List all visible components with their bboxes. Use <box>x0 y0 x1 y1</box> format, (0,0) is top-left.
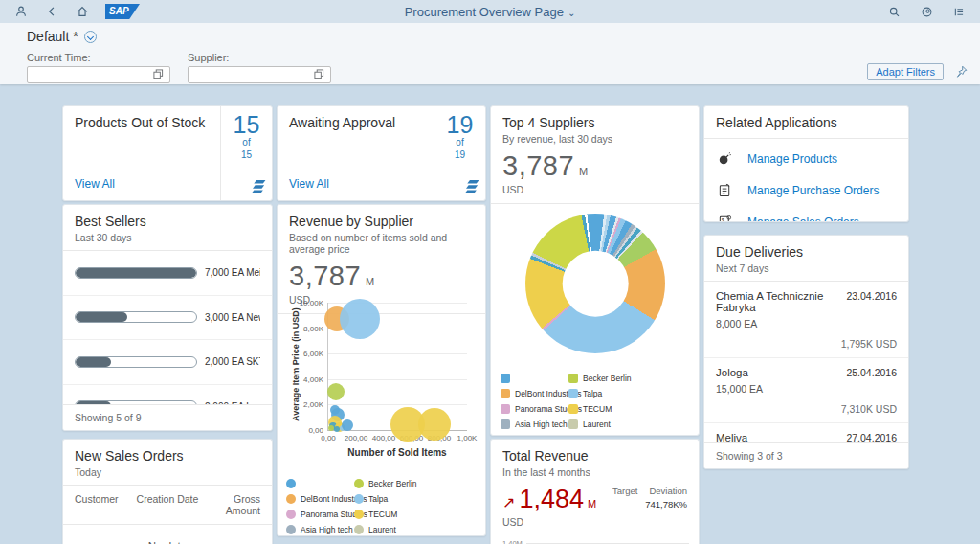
x-tick-label: 200,00 <box>345 434 368 442</box>
y-tick-label: 6,00K <box>303 350 323 358</box>
y-tick-label: 4,00K <box>303 374 323 383</box>
kpi-unit: M <box>588 498 596 510</box>
bar-label: 3,000 EANew Prod... <box>205 312 260 323</box>
kpi-count: 15 <box>234 112 260 137</box>
column-header: Customer <box>75 493 133 516</box>
page-title-menu[interactable]: Procurement Overview Page⌄ <box>405 5 576 19</box>
donut-legend: DelBont IndustriesPanorama StudiosAsia H… <box>501 373 632 436</box>
deviation-value: 741,78K% <box>612 499 687 510</box>
variant-selector[interactable]: Default * <box>27 29 97 44</box>
kpi-side-panel: 15 of 15 <box>220 106 272 200</box>
best-seller-row[interactable]: 2,000 EASKTEST <box>63 340 272 385</box>
shell-list-icon[interactable] <box>951 4 967 19</box>
best-seller-row[interactable]: 7,000 EAMein neue... <box>63 251 272 296</box>
y-tick-label: 2,00K <box>303 400 323 409</box>
view-all-link[interactable]: View All <box>75 177 115 191</box>
card-title: Awaiting Approval <box>289 115 422 130</box>
card-due-deliveries: Due Deliveries Next 7 days Chemia A Tech… <box>703 235 909 469</box>
procurement-overview-page: SAP Procurement Overview Page⌄ Default *… <box>0 0 980 544</box>
card-header[interactable]: Top 4 Suppliers By revenue, last 30 days… <box>491 106 699 199</box>
adapt-filters-button[interactable]: Adapt Filters <box>867 63 944 80</box>
x-tick-label: 400,00 <box>372 434 395 442</box>
link-manage-purchase-orders[interactable]: Manage Purchase Orders <box>704 174 908 206</box>
value-help-icon[interactable] <box>153 69 167 80</box>
legend-item: Laurent <box>568 419 632 429</box>
bubble-point <box>418 408 451 441</box>
card-footer: Showing 5 of 9 <box>63 404 272 430</box>
axis-tick-label: 1,40M <box>502 539 523 544</box>
user-icon[interactable] <box>13 4 29 19</box>
card-footer: Showing 3 of 3 <box>704 442 908 468</box>
bar-label: 7,000 EAMein neue... <box>205 267 260 278</box>
copilot-icon[interactable] <box>919 4 934 19</box>
card-header[interactable]: New Sales Orders Today <box>63 440 272 485</box>
delivery-item[interactable]: Chemia A Technicznie Fabryka23.04.20168,… <box>704 282 908 358</box>
shell-bar: SAP Procurement Overview Page⌄ <box>0 0 980 23</box>
current-time-input[interactable] <box>28 69 153 80</box>
table-header-row: Customer Creation Date Gross Amount <box>63 486 272 525</box>
filter-bar: Default * Current Time: Supplier: Adapt … <box>0 23 980 84</box>
kpi-value: 3,787 <box>502 150 574 182</box>
target-label: Target <box>612 486 637 496</box>
card-header[interactable]: Due Deliveries Next 7 days <box>704 236 908 281</box>
card-subtitle: In the last 4 months <box>502 466 687 478</box>
kpi-of: of <box>456 137 463 149</box>
card-awaiting-approval: Awaiting Approval View All 19 of 19 <box>277 105 486 201</box>
link-label: Manage Products <box>747 152 837 166</box>
card-total-revenue: Total Revenue In the last 4 months ↗ 1,4… <box>490 439 700 544</box>
column-header: Gross Amount <box>202 493 260 516</box>
sales-order-icon: $ <box>718 215 732 222</box>
variant-label: Default * <box>27 29 78 44</box>
card-header[interactable]: Revenue by Supplier Based on number of i… <box>278 205 485 309</box>
supplier-name: Chemia A Technicznie Fabryka <box>716 290 846 313</box>
comparison-bar <box>75 356 197 368</box>
kpi-value: 1,484 <box>519 485 584 514</box>
card-header[interactable]: Products Out of Stock <box>63 106 220 134</box>
search-icon[interactable] <box>886 4 902 19</box>
view-all-link[interactable]: View All <box>289 177 329 191</box>
card-products-out-of-stock: Products Out of Stock View All 15 of 15 <box>62 105 273 201</box>
kpi-value: 3,787 <box>289 261 361 292</box>
supplier-input[interactable] <box>189 69 314 80</box>
pin-icon[interactable] <box>955 65 969 79</box>
delivery-item[interactable]: Jologa25.04.201615,000 EA7,310K USD <box>704 358 908 423</box>
bubble-point <box>342 419 353 431</box>
link-manage-sales-orders[interactable]: $ Manage Sales Orders <box>704 206 908 222</box>
card-top-suppliers: Top 4 Suppliers By revenue, last 30 days… <box>490 105 700 436</box>
card-header[interactable]: Awaiting Approval <box>278 106 434 134</box>
home-icon[interactable] <box>75 4 90 19</box>
card-header[interactable]: Best Sellers Last 30 days <box>63 205 272 250</box>
best-seller-row[interactable]: 3,000 EANew Prod... <box>63 296 272 341</box>
delivery-amount: 4,955K USD <box>716 468 897 469</box>
x-tick-label: 0,00 <box>321 434 336 442</box>
legend-item: AVANTEL <box>501 434 568 436</box>
bubble-point <box>327 383 345 400</box>
back-icon[interactable] <box>44 4 59 19</box>
link-label: Manage Purchase Orders <box>747 184 879 197</box>
page-title: Procurement Overview Page⌄ <box>0 5 980 19</box>
card-title: Related Applications <box>716 115 897 130</box>
kpi-count: 19 <box>447 112 474 137</box>
bubble-point <box>334 426 340 432</box>
legend-item: Laurent <box>354 524 417 534</box>
value-help-icon[interactable] <box>314 69 327 80</box>
legend-item: ... <box>568 434 632 436</box>
legend-item <box>286 478 354 488</box>
kpi-unit: M <box>366 276 374 287</box>
kpi-total: 19 <box>455 149 465 162</box>
y-tick-label: 10,00K <box>300 299 323 307</box>
bar-label: 2,000 EASKTEST <box>205 356 260 367</box>
y-tick-label: 8,00K <box>303 324 323 332</box>
card-title: New Sales Orders <box>75 448 260 464</box>
card-subtitle: Last 30 days <box>75 232 260 243</box>
link-manage-products[interactable]: Manage Products <box>704 143 908 174</box>
card-new-sales-orders: New Sales Orders Today Customer Creation… <box>62 439 273 544</box>
legend-item: Panorama Studios <box>286 509 354 519</box>
sap-logo[interactable]: SAP <box>105 4 140 19</box>
target-deviation-block: Target Deviation 741,78K% <box>612 486 687 510</box>
card-subtitle: Based on number of items sold and averag… <box>289 232 474 255</box>
legend-item <box>501 373 568 383</box>
current-time-label: Current Time: <box>27 52 170 63</box>
trend-up-icon: ↗ <box>502 493 515 511</box>
suppliers-donut <box>525 214 665 353</box>
